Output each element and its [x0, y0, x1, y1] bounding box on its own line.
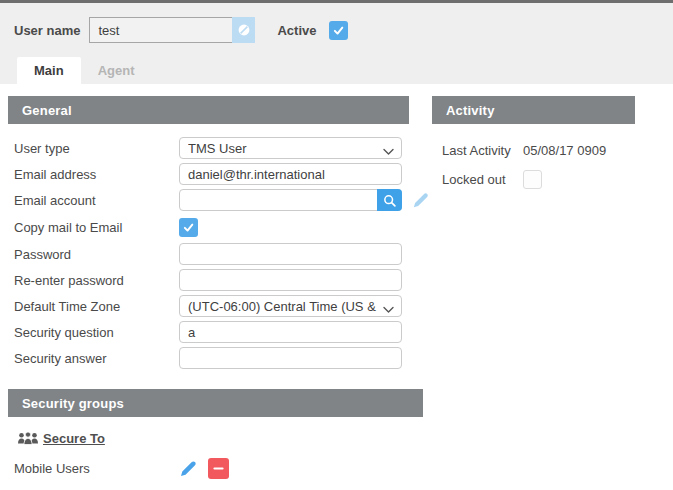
email-account-edit-button[interactable]	[411, 191, 430, 210]
user-type-value: TMS User	[188, 141, 377, 156]
user-type-label: User type	[14, 141, 179, 156]
minus-icon	[213, 463, 224, 474]
pencil-icon	[411, 191, 430, 210]
edit-group-button[interactable]	[178, 459, 198, 479]
email-account-search-button[interactable]	[377, 189, 402, 211]
reenter-password-row: Re-enter password	[14, 269, 409, 291]
password-row: Password	[14, 243, 409, 265]
chevron-down-icon	[383, 302, 394, 317]
secure-to-row: Secure To	[8, 417, 423, 446]
activity-section: Activity Last Activity 05/08/17 0909 Loc…	[432, 96, 635, 198]
security-answer-input[interactable]	[179, 347, 402, 369]
secure-to-link[interactable]: Secure To	[43, 431, 105, 446]
pencil-icon	[178, 459, 198, 479]
email-address-label: Email address	[14, 167, 179, 182]
users-group-icon	[17, 431, 39, 446]
security-group-name: Mobile Users	[14, 461, 178, 476]
security-answer-label: Security answer	[14, 351, 179, 366]
username-edit-button[interactable]	[232, 17, 255, 43]
timezone-value: (UTC-06:00) Central Time (US & Canada)	[188, 299, 377, 314]
security-question-label: Security question	[14, 325, 179, 340]
username-label: User name	[14, 23, 80, 38]
password-label: Password	[14, 247, 179, 262]
reenter-password-label: Re-enter password	[14, 273, 179, 288]
security-group-row: Mobile Users	[8, 446, 423, 479]
search-icon	[382, 193, 397, 208]
email-address-input[interactable]	[179, 163, 402, 185]
user-settings-page: User name Active Main Agent	[0, 0, 673, 490]
tab-strip: Main Agent	[0, 57, 673, 84]
check-icon	[182, 221, 195, 234]
user-type-select[interactable]: TMS User	[179, 137, 402, 159]
copy-mail-checkbox[interactable]	[179, 218, 198, 237]
email-account-label: Email account	[14, 193, 179, 208]
active-checkbox[interactable]	[329, 21, 348, 40]
tab-agent[interactable]: Agent	[81, 57, 152, 84]
timezone-row: Default Time Zone (UTC-06:00) Central Ti…	[14, 295, 409, 317]
locked-out-row: Locked out	[442, 169, 635, 189]
security-groups-header: Security groups	[8, 389, 423, 417]
password-input[interactable]	[179, 243, 402, 265]
timezone-label: Default Time Zone	[14, 299, 179, 314]
username-input[interactable]	[89, 17, 232, 43]
email-account-input[interactable]	[179, 189, 402, 211]
user-type-row: User type TMS User	[14, 137, 409, 159]
reenter-password-input[interactable]	[179, 269, 402, 291]
security-answer-row: Security answer	[14, 347, 409, 369]
general-section-header: General	[8, 96, 409, 124]
locked-out-label: Locked out	[442, 172, 523, 187]
last-activity-value: 05/08/17 0909	[523, 143, 606, 158]
general-section: General User type TMS User Email address	[8, 96, 409, 373]
remove-group-button[interactable]	[208, 458, 229, 479]
last-activity-row: Last Activity 05/08/17 0909	[442, 140, 635, 160]
active-label: Active	[277, 23, 316, 38]
security-groups-section: Security groups Secure To Mobile Users	[8, 389, 423, 479]
activity-section-header: Activity	[432, 96, 635, 124]
email-account-row: Email account	[14, 189, 409, 211]
locked-out-checkbox[interactable]	[523, 170, 542, 189]
check-icon	[332, 24, 345, 37]
security-question-input[interactable]	[179, 321, 402, 343]
chevron-down-icon	[383, 144, 394, 159]
tab-main[interactable]: Main	[17, 57, 81, 84]
last-activity-label: Last Activity	[442, 143, 523, 158]
email-address-row: Email address	[14, 163, 409, 185]
timezone-select[interactable]: (UTC-06:00) Central Time (US & Canada)	[179, 295, 402, 317]
security-question-row: Security question	[14, 321, 409, 343]
copy-mail-label: Copy mail to Email	[14, 220, 179, 235]
user-name-bar: User name Active	[0, 3, 673, 57]
copy-mail-row: Copy mail to Email	[14, 215, 409, 239]
circle-slash-icon	[236, 22, 252, 38]
